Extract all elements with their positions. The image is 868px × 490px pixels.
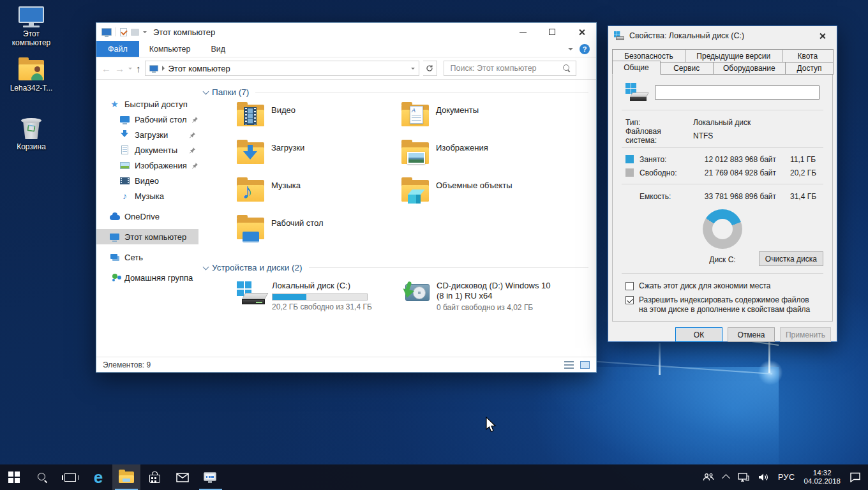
- desktop-icon-user-folder[interactable]: Leha342-T...: [5, 59, 57, 93]
- edge-icon: e: [94, 469, 103, 486]
- tiles-view-icon[interactable]: [580, 361, 590, 369]
- explorer-title-bar[interactable]: Этот компьютер: [96, 23, 596, 41]
- search-box[interactable]: [444, 61, 576, 76]
- taskbar-mail[interactable]: [168, 464, 197, 490]
- document-icon: [119, 145, 130, 155]
- navigation-bar: ← → ↑ Этот компьютер: [96, 57, 596, 80]
- desktop-icon-recycle-bin[interactable]: Корзина: [5, 116, 57, 151]
- tab-quota[interactable]: Квота: [782, 49, 834, 62]
- up-button[interactable]: ↑: [136, 64, 141, 73]
- expand-ribbon-chevron-icon[interactable]: [568, 48, 573, 50]
- collapse-chevron-icon[interactable]: [203, 264, 209, 270]
- dialog-close-button[interactable]: [811, 28, 833, 43]
- breadcrumb[interactable]: Этот компьютер: [168, 64, 407, 73]
- desktop-icon-label: Корзина: [17, 142, 46, 151]
- tray-expand-button[interactable]: [719, 464, 733, 490]
- minimize-button[interactable]: [508, 23, 537, 41]
- tile-drive-d[interactable]: CD-дисковод (D:) Windows 10 (8 in 1) RU …: [400, 280, 565, 318]
- refresh-button[interactable]: [423, 61, 437, 76]
- people-button[interactable]: [698, 464, 719, 490]
- maximize-button[interactable]: [537, 23, 567, 41]
- tile-music[interactable]: ♪ Музыка: [236, 179, 400, 216]
- sidebar-item-downloads[interactable]: Загрузки: [96, 127, 198, 142]
- action-center-button[interactable]: [845, 464, 865, 490]
- details-view-icon[interactable]: [564, 361, 574, 369]
- tab-access[interactable]: Доступ: [785, 62, 834, 75]
- group-header-folders[interactable]: Папки (7): [204, 87, 592, 97]
- forward-button[interactable]: →: [115, 64, 124, 73]
- taskbar-edge[interactable]: e: [84, 464, 112, 490]
- disk-cleanup-button[interactable]: Очистка диска: [759, 251, 823, 266]
- help-icon[interactable]: ?: [580, 44, 590, 54]
- 3d-objects-folder-icon: [400, 179, 430, 203]
- collapse-chevron-icon[interactable]: [203, 88, 209, 94]
- tab-file[interactable]: Файл: [96, 41, 139, 57]
- sidebar-item-videos[interactable]: Видео: [96, 173, 198, 188]
- taskbar-file-explorer[interactable]: [112, 464, 140, 490]
- mail-icon: [176, 473, 189, 482]
- used-bytes: 12 012 883 968 байт: [694, 155, 776, 164]
- tile-downloads[interactable]: Загрузки: [236, 141, 400, 179]
- drive-usage-bar: [272, 293, 368, 301]
- sidebar-item-documents[interactable]: Документы: [96, 142, 198, 158]
- properties-icon[interactable]: [120, 28, 127, 36]
- new-folder-icon[interactable]: [131, 29, 139, 36]
- sidebar-item-pictures[interactable]: Изображения: [96, 158, 198, 173]
- customize-qat-chevron-icon[interactable]: [143, 31, 147, 33]
- action-center-icon: [849, 472, 861, 482]
- index-checkbox[interactable]: [625, 296, 634, 304]
- tab-service[interactable]: Сервис: [660, 62, 714, 75]
- pin-icon: [189, 131, 196, 138]
- tile-documents[interactable]: A Документы: [400, 103, 565, 141]
- tile-videos[interactable]: Видео: [236, 103, 400, 141]
- navigation-pane: ★ Быстрый доступ Рабочий стол Загрузки Д…: [96, 80, 198, 357]
- sidebar-item-quick-access[interactable]: ★ Быстрый доступ: [96, 96, 198, 112]
- address-bar[interactable]: Этот компьютер: [145, 61, 419, 76]
- dialog-title-bar[interactable]: Свойства: Локальный диск (C:): [608, 26, 837, 45]
- sidebar-item-onedrive[interactable]: OneDrive: [96, 209, 198, 224]
- taskbar-store[interactable]: [140, 464, 168, 490]
- back-button[interactable]: ←: [101, 64, 111, 73]
- compress-checkbox[interactable]: [625, 282, 634, 290]
- tab-security[interactable]: Безопасность: [612, 49, 685, 62]
- volume-label-input[interactable]: [655, 85, 819, 100]
- taskbar-system-app[interactable]: [197, 464, 225, 490]
- tile-desktop[interactable]: Рабочий стол: [236, 216, 400, 254]
- search-icon[interactable]: [563, 64, 571, 72]
- sidebar-item-homegroup[interactable]: Домашняя группа: [96, 270, 198, 285]
- sidebar-item-network[interactable]: Сеть: [96, 249, 198, 265]
- sidebar-item-music[interactable]: ♪ Музыка: [96, 188, 198, 204]
- search-input[interactable]: [449, 63, 563, 73]
- close-button[interactable]: [567, 23, 596, 41]
- status-bar: Элементов: 9: [96, 357, 596, 372]
- network-tray-button[interactable]: [733, 464, 754, 490]
- tile-3d-objects[interactable]: Объемные объекты: [400, 179, 565, 216]
- system-monitor-icon: [204, 472, 218, 483]
- cancel-button[interactable]: Отмена: [728, 327, 775, 342]
- tab-view[interactable]: Вид: [200, 41, 236, 57]
- ok-button[interactable]: ОК: [675, 327, 722, 342]
- recent-locations-chevron-icon[interactable]: [128, 68, 132, 70]
- tile-pictures[interactable]: Изображения: [400, 141, 565, 179]
- capacity-bytes: 33 781 968 896 байт: [694, 192, 776, 201]
- task-view-button[interactable]: [56, 464, 84, 490]
- taskbar-search-button[interactable]: [28, 464, 56, 490]
- cd-drive-icon: [400, 280, 431, 306]
- apply-button[interactable]: Применить: [780, 327, 831, 342]
- address-dropdown-chevron-icon[interactable]: [411, 68, 415, 70]
- sidebar-item-this-pc[interactable]: Этот компьютер: [96, 229, 198, 244]
- tile-drive-c[interactable]: Локальный диск (C:) 20,2 ГБ свободно из …: [236, 280, 400, 318]
- start-button[interactable]: [0, 464, 28, 490]
- clock[interactable]: 14:32 04.02.2018: [799, 464, 845, 490]
- language-indicator[interactable]: РУС: [774, 464, 800, 490]
- volume-tray-button[interactable]: [754, 464, 774, 490]
- group-header-devices[interactable]: Устройства и диски (2): [204, 263, 592, 272]
- drive-icon: [625, 83, 647, 102]
- sidebar-item-desktop[interactable]: Рабочий стол: [96, 112, 198, 127]
- tab-general[interactable]: Общие: [612, 61, 661, 75]
- desktop-icon-this-pc[interactable]: Этот компьютер: [5, 6, 57, 47]
- tab-previous-versions[interactable]: Предыдущие версии: [685, 49, 782, 62]
- used-size: 11,1 ГБ: [790, 155, 816, 164]
- tab-computer[interactable]: Компьютер: [139, 41, 201, 57]
- tab-hardware[interactable]: Оборудование: [713, 62, 786, 75]
